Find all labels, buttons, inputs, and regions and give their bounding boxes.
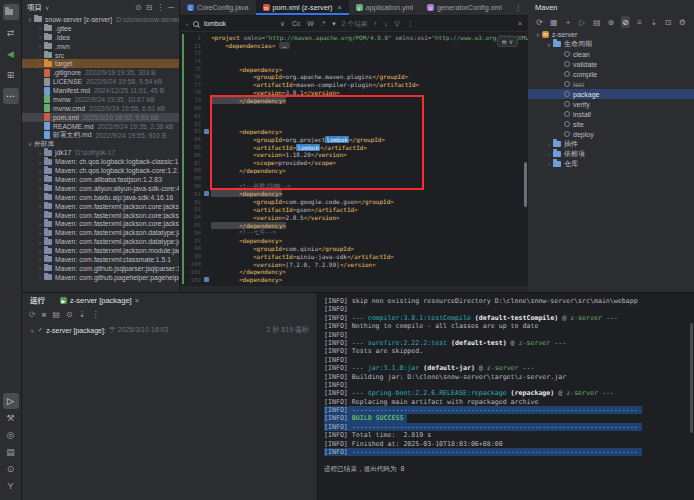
chevron-right-icon[interactable]: › (186, 21, 188, 27)
tree-item-.mvn[interactable]: ›.mvn (22, 42, 179, 51)
more-options-icon[interactable]: ▾ (331, 20, 336, 28)
code-line[interactable]: 102<dependency> (180, 276, 528, 284)
close-tab-icon[interactable]: × (337, 4, 341, 11)
settings-icon[interactable]: ⚙ (678, 16, 687, 28)
code-line[interactable]: 86<version>1.18.20</version> (180, 151, 528, 159)
code-line[interactable]: 73 (180, 50, 528, 58)
code-line[interactable]: 82 (180, 120, 528, 128)
tree-item-mavencom.fasterxml.jackson.corejackson-databind2.10.3[interactable]: ›Maven: com.fasterxml.jackson.core:jacks… (22, 219, 179, 228)
code-line[interactable]: 89 (180, 174, 528, 182)
pull-requests-icon[interactable]: ◀ (3, 46, 19, 62)
code-line[interactable]: 101</dependency> (180, 268, 528, 276)
editor-options-widget[interactable]: ▤ ∨ (497, 36, 518, 47)
maven-item-插件[interactable]: ›插件 (528, 139, 694, 149)
tree-item-jdk17[interactable]: ›jdk17D:\soft\jdk-17 (22, 148, 179, 157)
regex-toggle[interactable]: .* (320, 20, 327, 27)
code-line[interactable]: 95</dependency> (180, 221, 528, 229)
dependencies-icon[interactable]: ⊕ (606, 16, 615, 28)
pin-icon[interactable]: ⊙ (66, 310, 73, 319)
editor-scrollbar[interactable] (524, 162, 527, 207)
tree-item-mavencom.fasterxml.jackson.corejackson-annotations2.10.3[interactable]: ›Maven: com.fasterxml.jackson.core:jacks… (22, 202, 179, 211)
structure-icon[interactable]: ⊞ (3, 67, 19, 83)
code-line[interactable]: 78<version>3.8.1</version> (180, 89, 528, 97)
previous-occurrence-icon[interactable]: ↑ (373, 20, 378, 27)
tree-item-mavencom.baidu.aipjava-sdk4.16.16[interactable]: ›Maven: com.baidu.aip:java-sdk:4.16.16 (22, 193, 179, 202)
tree-item-.idea[interactable]: ›.idea (22, 33, 179, 42)
code-line[interactable]: 77<artifactId>maven-compiler-plugin</art… (180, 81, 528, 89)
maven-item-test[interactable]: test (528, 79, 694, 89)
code-line[interactable]: 79</dependency> (180, 96, 528, 104)
tree-item-mavencom.fasterxml.jackson.modulejackson-module-parameter[interactable]: ›Maven: com.fasterxml.jackson.module:jac… (22, 246, 179, 255)
maven-item-site[interactable]: site (528, 119, 694, 129)
hide-panel-icon[interactable]: ─ (168, 3, 174, 12)
commit-icon[interactable]: ⇄ (3, 25, 19, 41)
options-icon[interactable]: ⋮ (156, 3, 164, 12)
tree-item-mavencom.github.pagehelperpagehelper5.1.2[interactable]: ›Maven: com.github.pagehelper:pagehelper… (22, 273, 179, 282)
terminal-icon[interactable]: ▤ (3, 444, 19, 460)
restore-layout-icon[interactable]: ▤ (53, 310, 61, 319)
code-line[interactable]: 1<project xmlns="http://maven.apache.org… (180, 34, 528, 42)
stop-icon[interactable]: ■ (42, 310, 47, 319)
code-line[interactable]: 91<dependency> (180, 190, 528, 198)
tree-item-mvnw[interactable]: mvnw2022/9/24 19:35, 10.67 kB (22, 95, 179, 104)
tree-item-pom.xml[interactable]: pom.xml2025/3/10 18:02, 9.61 kB (22, 113, 179, 122)
scroll-to-end-icon[interactable]: ⇣ (79, 310, 86, 319)
code-line[interactable]: 83<dependency> (180, 128, 528, 136)
run-tab[interactable]: ▶ z-server [package] × (53, 293, 146, 308)
code-line[interactable]: 97<dependency> (180, 237, 528, 245)
code-line[interactable]: 75<dependency> (180, 65, 528, 73)
problems-icon[interactable]: ⊙ (3, 461, 19, 477)
run-result-row[interactable]: ∨ ✓ z-server [package]: 于 2025/3/10 18:0… (22, 325, 317, 335)
search-input[interactable]: lombok (204, 20, 274, 27)
filter-icon[interactable]: ▽ (394, 20, 401, 28)
collapse-all-icon[interactable]: ⊟ (146, 3, 153, 12)
kebab-menu-icon[interactable]: ⋮ (406, 20, 415, 28)
code-line[interactable]: 90<!--谷歌JSON--> (180, 182, 528, 190)
tab-application.yml[interactable]: yapplication.yml (349, 0, 421, 15)
code-line[interactable]: 11<dependencies>… (180, 42, 528, 50)
code-line[interactable]: 85<artifactId>lombok</artifactId> (180, 143, 528, 151)
code-line[interactable]: 81 (180, 112, 528, 120)
maven-item-validate[interactable]: validate (528, 59, 694, 69)
tree-item-target[interactable]: ›target (22, 59, 179, 68)
code-line[interactable]: 87<scope>provided</scope> (180, 159, 528, 167)
tree-item-.gitee[interactable]: ›.gitee (22, 24, 179, 33)
add-profile-icon[interactable]: + (564, 16, 573, 28)
tree-item-mavencom.github.jsqlparserjsqlparser1.0[interactable]: ›Maven: com.github.jsqlparser:jsqlparser… (22, 264, 179, 273)
tree-item-mavench.qos.logbacklogback-core1.2.3[interactable]: ›Maven: ch.qos.logback:logback-core:1.2.… (22, 166, 179, 175)
code-line[interactable]: 88</dependency> (180, 167, 528, 175)
tab-pom.xml[interactable]: mpom.xml (z-server)× (256, 0, 349, 15)
reload-icon[interactable]: ⟳ (535, 16, 544, 28)
build-console[interactable]: [INFO] skip non existing resourceDirecto… (318, 293, 694, 500)
run-icon[interactable]: ▷ (3, 393, 19, 409)
more-icon[interactable]: ⋮ (92, 310, 100, 319)
console-scrollbar[interactable] (690, 323, 693, 433)
services-icon[interactable]: ⚒ (3, 410, 19, 426)
code-line[interactable]: 94<version>2.8.5</version> (180, 213, 528, 221)
project-icon[interactable] (3, 4, 19, 20)
tree-item-mavencom.alibabafastjson1.2.83[interactable]: ›Maven: com.alibaba:fastjson:1.2.83 (22, 175, 179, 184)
version-control-icon[interactable]: Y (3, 478, 19, 494)
tree-item-license[interactable]: LICENSE2022/9/24 19:58, 9.54 kB (22, 77, 179, 86)
tree-item-mavench.qos.logbacklogback-classic1.2.3[interactable]: ›Maven: ch.qos.logback:logback-classic:1… (22, 157, 179, 166)
tree-item-mavencom.fasterxml.jackson.datatypejackson-datatype-jdk8[interactable]: ›Maven: com.fasterxml.jackson.datatype:j… (22, 228, 179, 237)
code-line[interactable]: 92<groupId>com.google.code.gson</groupId… (180, 198, 528, 206)
tab-list-menu-icon[interactable]: ⋮ (509, 0, 528, 15)
maven-item-依赖项[interactable]: ›依赖项 (528, 149, 694, 159)
tree-item-.gitignore[interactable]: .gitignore2022/9/19 19:35, 303 B (22, 68, 179, 77)
close-find-icon[interactable]: × (518, 20, 522, 27)
tree-item-src[interactable]: ›src (22, 51, 179, 60)
maven-item-z-server[interactable]: ∨mz-server (528, 29, 694, 39)
maven-item-verify[interactable]: verify (528, 99, 694, 109)
locate-file-icon[interactable]: ⊙ (135, 3, 142, 12)
code-line[interactable]: 74 (180, 57, 528, 65)
maven-item-install[interactable]: install (528, 109, 694, 119)
maven-item-clean[interactable]: clean (528, 49, 694, 59)
tree-item-mavencom.fasterxml.jackson.corejackson-core2.10.3[interactable]: ›Maven: com.fasterxml.jackson.core:jacks… (22, 211, 179, 220)
tree-item-manifest.md[interactable]: Manifest.md2024/12/25 11:01, 45 B (22, 86, 179, 95)
tree-item-readme.md[interactable]: README.md2022/9/24 19:35, 2.38 kB (22, 122, 179, 131)
tree-item-[interactable]: ∨外部库 (22, 139, 179, 148)
project-panel-title[interactable]: 项目 (27, 3, 42, 13)
code-line[interactable]: 99<artifactId>qiniu-java-sdk</artifactId… (180, 252, 528, 260)
next-occurrence-icon[interactable]: ↓ (383, 20, 388, 27)
